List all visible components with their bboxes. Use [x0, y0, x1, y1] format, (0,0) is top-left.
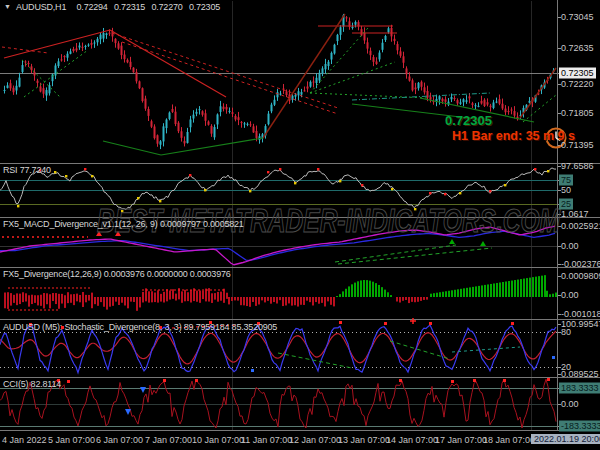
time-axis-label: 5 Jan 07:00	[48, 435, 95, 445]
time-axis-label: 11 Jan 07:00	[241, 435, 292, 445]
symbol-dropdown-icon[interactable]: ▼	[4, 3, 11, 10]
symbol-timeframe: AUDUSD,H1	[16, 2, 66, 12]
bar-end-countdown: H1 Bar end: 35 m 9 s	[452, 129, 575, 143]
divergence-panel-title: FX5_Divergence(12,26,9) 0.0003976 0.0000…	[3, 269, 231, 279]
price-axis-label: 0.0009809	[561, 271, 600, 282]
time-axis-label: 12 Jan 07:00	[289, 435, 341, 445]
ohlc-close: 0.72305	[189, 2, 220, 12]
price-axis-label: 0.72220	[561, 79, 594, 90]
mt4-chart-window: BEST-METATRADER-INDICATORS.COM ▼ AUDUSD,…	[0, 0, 600, 450]
time-axis-label: 2022.01.19 20:00	[531, 434, 600, 444]
price-axis-label: 0.71805	[561, 108, 594, 119]
rsi-panel-title: RSI 77.7240	[3, 165, 51, 175]
time-axis-label: 13 Jan 07:00	[338, 435, 390, 445]
price-axis-label: 80	[561, 327, 571, 338]
divergence-panel	[4, 275, 557, 311]
ohlc-high: 0.72315	[114, 2, 145, 12]
price-axis-label: 0.73045	[561, 12, 594, 23]
cci-panel-title: CCI(5) 82.8114	[3, 379, 61, 389]
stochastic-panel-title: AUDUSD (M5): Stochastic_Divergence(8, 3,…	[3, 322, 277, 332]
divergence-price-label: 0.72305	[445, 113, 492, 128]
time-axis-label: 14 Jan 07:00	[386, 435, 438, 445]
price-axis-label: 0.72635	[561, 43, 594, 54]
cci-panel	[0, 378, 557, 428]
time-axis-label: 6 Jan 07:00	[96, 435, 143, 445]
price-axis-label: 0.00	[561, 241, 579, 252]
price-axis-label: 50	[561, 185, 571, 196]
chart-title: AUDUSD,H1 0.72294 0.72315 0.72270 0.7230…	[16, 2, 224, 12]
price-axis-label: 0.72305	[559, 68, 596, 79]
price-axis-label: 0.0025921	[561, 221, 600, 232]
price-axis-label: -0.0023764	[561, 259, 600, 270]
price-axis-label: -183.3333	[559, 421, 600, 432]
time-axis-label: 7 Jan 07:00	[145, 435, 192, 445]
price-axis-label: 0.089525	[561, 369, 599, 380]
ohlc-open: 0.72294	[77, 2, 108, 12]
time-axis-label: 17 Jan 07:00	[435, 435, 487, 445]
price-axis-label: 0.00	[561, 399, 579, 410]
price-axis-label: 183.3333	[559, 383, 600, 394]
time-axis-label: 18 Jan 07:00	[483, 435, 535, 445]
time-axis-label: 10 Jan 07:00	[192, 435, 244, 445]
price-axis-label: 1.0617	[561, 209, 589, 220]
macd-panel-title: FX5_MACD_Divergence_v1.1(12, 26, 9) 0.00…	[3, 219, 244, 229]
time-axis-label: 4 Jan 2022	[2, 435, 47, 445]
ohlc-low: 0.72270	[151, 2, 182, 12]
price-axis-label: 0.00	[561, 290, 579, 301]
price-axis-label: 97.6586	[561, 161, 594, 172]
